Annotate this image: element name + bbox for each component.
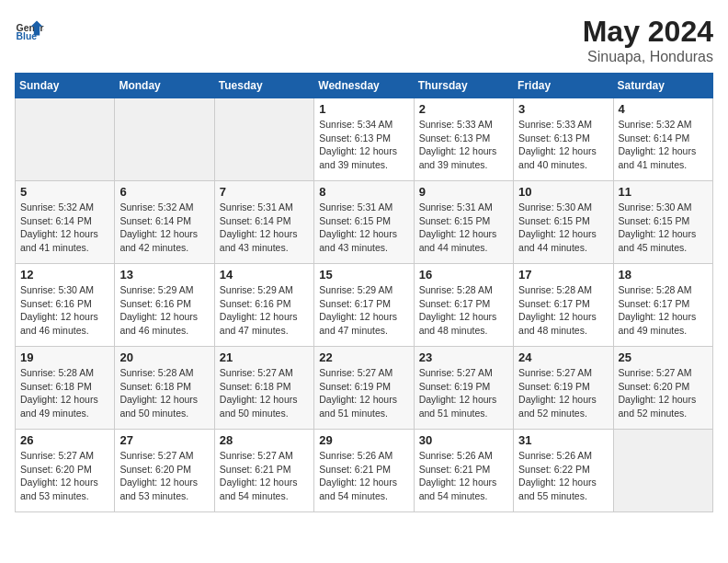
day-info: Sunrise: 5:26 AMSunset: 6:21 PMDaylight:… [419,449,508,503]
day-number: 6 [119,185,209,199]
day-number: 12 [20,268,109,282]
day-number: 24 [518,350,608,364]
day-info: Sunrise: 5:28 AMSunset: 6:18 PMDaylight:… [119,366,209,420]
day-number: 27 [119,433,209,447]
day-number: 5 [20,185,109,199]
day-info: Sunrise: 5:32 AMSunset: 6:14 PMDaylight:… [619,118,708,172]
day-cell [613,430,712,512]
calendar-title: May 2024 [583,15,713,49]
weekday-header-wednesday: Wednesday [314,74,414,98]
logo: General Blue [15,15,44,44]
calendar-table: SundayMondayTuesdayWednesdayThursdayFrid… [15,73,713,512]
day-number: 17 [518,268,608,282]
day-info: Sunrise: 5:29 AMSunset: 6:17 PMDaylight:… [319,283,408,338]
logo-icon: General Blue [15,15,44,44]
day-number: 1 [319,102,408,116]
day-number: 25 [619,350,708,364]
day-number: 7 [220,185,309,199]
weekday-header-friday: Friday [514,74,613,98]
week-row-2: 5Sunrise: 5:32 AMSunset: 6:14 PMDaylight… [16,181,713,264]
day-info: Sunrise: 5:27 AMSunset: 6:20 PMDaylight:… [619,366,708,420]
day-cell: 3Sunrise: 5:33 AMSunset: 6:13 PMDaylight… [514,98,613,181]
day-cell: 19Sunrise: 5:28 AMSunset: 6:18 PMDayligh… [16,347,115,430]
day-cell [115,98,214,181]
week-row-3: 12Sunrise: 5:30 AMSunset: 6:16 PMDayligh… [16,264,713,347]
day-info: Sunrise: 5:31 AMSunset: 6:14 PMDaylight:… [220,201,309,255]
day-number: 4 [619,102,708,116]
day-cell: 24Sunrise: 5:27 AMSunset: 6:19 PMDayligh… [514,347,613,430]
day-number: 22 [319,350,408,364]
day-info: Sunrise: 5:27 AMSunset: 6:21 PMDaylight:… [220,449,309,503]
day-cell: 2Sunrise: 5:33 AMSunset: 6:13 PMDaylight… [414,98,513,181]
day-cell: 7Sunrise: 5:31 AMSunset: 6:14 PMDaylight… [214,181,313,264]
day-number: 26 [20,433,109,447]
day-cell: 20Sunrise: 5:28 AMSunset: 6:18 PMDayligh… [115,347,214,430]
day-cell: 30Sunrise: 5:26 AMSunset: 6:21 PMDayligh… [414,430,513,512]
day-cell [16,98,115,181]
day-info: Sunrise: 5:28 AMSunset: 6:18 PMDaylight:… [20,366,109,420]
week-row-1: 1Sunrise: 5:34 AMSunset: 6:13 PMDaylight… [16,98,713,181]
day-cell: 1Sunrise: 5:34 AMSunset: 6:13 PMDaylight… [314,98,414,181]
day-cell: 28Sunrise: 5:27 AMSunset: 6:21 PMDayligh… [214,430,313,512]
day-cell: 22Sunrise: 5:27 AMSunset: 6:19 PMDayligh… [314,347,414,430]
day-info: Sunrise: 5:26 AMSunset: 6:22 PMDaylight:… [518,449,608,503]
day-number: 9 [419,185,508,199]
day-number: 11 [619,185,708,199]
day-info: Sunrise: 5:33 AMSunset: 6:13 PMDaylight:… [518,118,608,172]
day-number: 3 [518,102,608,116]
day-number: 13 [119,268,209,282]
day-info: Sunrise: 5:28 AMSunset: 6:17 PMDaylight:… [518,283,608,338]
day-info: Sunrise: 5:29 AMSunset: 6:16 PMDaylight:… [119,283,209,338]
day-cell: 21Sunrise: 5:27 AMSunset: 6:18 PMDayligh… [214,347,313,430]
weekday-header-monday: Monday [115,74,214,98]
day-cell: 29Sunrise: 5:26 AMSunset: 6:21 PMDayligh… [314,430,414,512]
title-block: May 2024 Sinuapa, Honduras [583,15,713,65]
page-header: General Blue May 2024 Sinuapa, Honduras [15,15,713,65]
day-info: Sunrise: 5:31 AMSunset: 6:15 PMDaylight:… [419,201,508,255]
day-number: 18 [619,268,708,282]
day-cell: 10Sunrise: 5:30 AMSunset: 6:15 PMDayligh… [514,181,613,264]
week-row-4: 19Sunrise: 5:28 AMSunset: 6:18 PMDayligh… [16,347,713,430]
weekday-header-saturday: Saturday [613,74,712,98]
day-cell: 18Sunrise: 5:28 AMSunset: 6:17 PMDayligh… [613,264,712,347]
calendar-location: Sinuapa, Honduras [583,49,713,65]
day-number: 8 [319,185,408,199]
day-number: 31 [518,433,608,447]
day-info: Sunrise: 5:30 AMSunset: 6:16 PMDaylight:… [20,283,109,338]
day-cell: 25Sunrise: 5:27 AMSunset: 6:20 PMDayligh… [613,347,712,430]
day-cell: 8Sunrise: 5:31 AMSunset: 6:15 PMDaylight… [314,181,414,264]
day-cell: 17Sunrise: 5:28 AMSunset: 6:17 PMDayligh… [514,264,613,347]
day-cell: 15Sunrise: 5:29 AMSunset: 6:17 PMDayligh… [314,264,414,347]
day-number: 23 [419,350,508,364]
day-info: Sunrise: 5:30 AMSunset: 6:15 PMDaylight:… [619,201,708,255]
day-info: Sunrise: 5:28 AMSunset: 6:17 PMDaylight:… [619,283,708,338]
day-number: 16 [419,268,508,282]
day-info: Sunrise: 5:27 AMSunset: 6:20 PMDaylight:… [119,449,209,503]
day-info: Sunrise: 5:33 AMSunset: 6:13 PMDaylight:… [419,118,508,172]
day-cell: 26Sunrise: 5:27 AMSunset: 6:20 PMDayligh… [16,430,115,512]
day-number: 29 [319,433,408,447]
weekday-header-tuesday: Tuesday [214,74,313,98]
day-info: Sunrise: 5:27 AMSunset: 6:19 PMDaylight:… [419,366,508,420]
day-cell: 11Sunrise: 5:30 AMSunset: 6:15 PMDayligh… [613,181,712,264]
day-info: Sunrise: 5:31 AMSunset: 6:15 PMDaylight:… [319,201,408,255]
day-info: Sunrise: 5:26 AMSunset: 6:21 PMDaylight:… [319,449,408,503]
week-row-5: 26Sunrise: 5:27 AMSunset: 6:20 PMDayligh… [16,430,713,512]
day-cell: 5Sunrise: 5:32 AMSunset: 6:14 PMDaylight… [16,181,115,264]
day-cell: 16Sunrise: 5:28 AMSunset: 6:17 PMDayligh… [414,264,513,347]
day-cell: 6Sunrise: 5:32 AMSunset: 6:14 PMDaylight… [115,181,214,264]
day-number: 21 [220,350,309,364]
day-number: 20 [119,350,209,364]
day-info: Sunrise: 5:29 AMSunset: 6:16 PMDaylight:… [220,283,309,338]
day-info: Sunrise: 5:30 AMSunset: 6:15 PMDaylight:… [518,201,608,255]
day-info: Sunrise: 5:27 AMSunset: 6:19 PMDaylight:… [319,366,408,420]
day-cell: 23Sunrise: 5:27 AMSunset: 6:19 PMDayligh… [414,347,513,430]
day-info: Sunrise: 5:34 AMSunset: 6:13 PMDaylight:… [319,118,408,172]
day-info: Sunrise: 5:32 AMSunset: 6:14 PMDaylight:… [20,201,109,255]
day-info: Sunrise: 5:27 AMSunset: 6:18 PMDaylight:… [220,366,309,420]
day-info: Sunrise: 5:27 AMSunset: 6:19 PMDaylight:… [518,366,608,420]
day-number: 15 [319,268,408,282]
day-cell: 12Sunrise: 5:30 AMSunset: 6:16 PMDayligh… [16,264,115,347]
day-cell: 27Sunrise: 5:27 AMSunset: 6:20 PMDayligh… [115,430,214,512]
day-cell: 4Sunrise: 5:32 AMSunset: 6:14 PMDaylight… [613,98,712,181]
